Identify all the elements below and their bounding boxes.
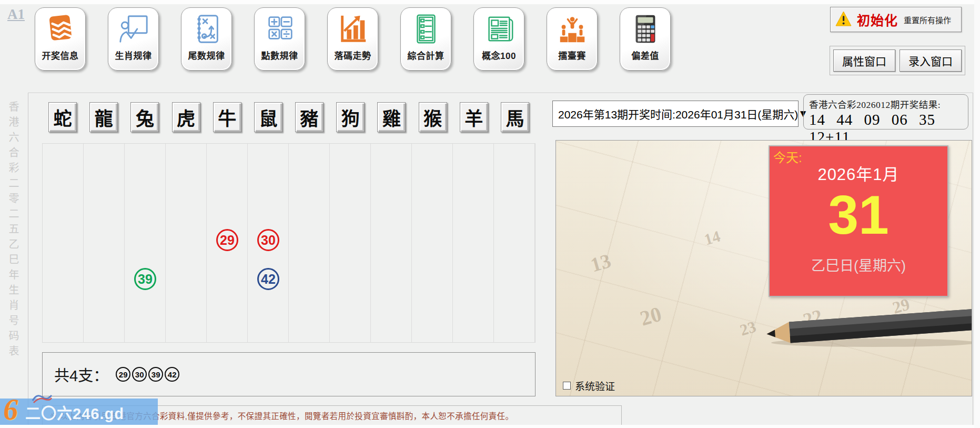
calendar-faint-number: 13 <box>588 249 614 277</box>
toolbar-button-label: 概念100 <box>482 48 516 62</box>
property-window-button[interactable]: 属性窗口 <box>833 49 895 72</box>
zodiac-key-dog[interactable]: 狗 <box>336 102 365 132</box>
chart-column <box>125 144 166 342</box>
toolbar-button-deviation[interactable]: 偏差值 <box>620 7 671 71</box>
chart-column <box>166 144 207 342</box>
summary-label: 共4支： <box>54 363 108 385</box>
zodiac-key-horse[interactable]: 馬 <box>501 102 529 132</box>
draw-selector-value: 2026年第13期开奖时间:2026年01月31日(星期六) <box>558 106 798 122</box>
chart-column <box>412 144 453 342</box>
books-icon <box>44 8 77 47</box>
summary-number: 29 <box>116 367 130 382</box>
summary-box: 共4支： 29 30 39 42 <box>42 352 536 396</box>
chart-column <box>84 144 125 342</box>
summary-number: 39 <box>148 367 163 382</box>
chart-column <box>43 144 84 342</box>
tactics-notebook-icon <box>190 8 223 47</box>
zodiac-key-snake[interactable]: 蛇 <box>48 102 77 132</box>
zodiac-key-tiger[interactable]: 虎 <box>172 102 200 132</box>
zodiac-key-ox[interactable]: 牛 <box>213 102 241 132</box>
toolbar-button-arena[interactable]: 擂臺賽 <box>547 7 598 71</box>
toolbar-button-label: 綜合計算 <box>408 48 444 62</box>
warning-triangle-icon <box>835 11 852 28</box>
math-keys-icon <box>264 8 296 47</box>
calendar-panel: 13 14 20 22 29 23 今天: 2026年1月 31 乙巳日(星期六… <box>555 140 972 396</box>
number-mark: 39 <box>134 268 156 290</box>
toolbar-button-label: 落碼走勢 <box>335 48 371 62</box>
zodiac-key-dragon[interactable]: 龍 <box>89 102 118 132</box>
zodiac-number-chart: 29 30 39 42 <box>42 143 536 343</box>
system-verify-row: 系统验证 <box>563 379 615 393</box>
calculator-icon <box>629 8 662 47</box>
number-mark: 30 <box>257 229 279 251</box>
calendar-day: 31 <box>770 187 947 242</box>
watermark: 6 二〇六246.gd <box>0 399 158 425</box>
zodiac-key-rooster[interactable]: 雞 <box>377 102 406 132</box>
summary-number: 42 <box>165 367 179 382</box>
system-verify-label: 系统验证 <box>575 379 615 393</box>
calendar-faint-number: 23 <box>738 318 758 340</box>
zodiac-key-rat[interactable]: 鼠 <box>254 102 282 132</box>
pencil-image <box>758 305 972 350</box>
toolbar-button-label: 偏差值 <box>631 48 659 62</box>
checklist-icon <box>410 8 442 47</box>
toolbar-button-concept-100[interactable]: 概念100 <box>473 7 524 71</box>
calendar-faint-number: 20 <box>637 301 664 331</box>
podium-icon <box>556 8 589 47</box>
initialize-sublabel: 重置所有操作 <box>904 14 951 25</box>
today-calendar-card: 今天: 2026年1月 31 乙巳日(星期六) <box>769 145 948 297</box>
draw-selector-dropdown[interactable]: 2026年第13期开奖时间:2026年01月31日(星期六) ▼ <box>552 101 799 127</box>
teacher-board-icon <box>117 8 150 47</box>
chart-column <box>453 144 494 342</box>
result-panel: 香港六合彩2026012期开奖结果: 14 44 09 06 35 12+11 <box>803 94 968 130</box>
left-border <box>28 93 28 425</box>
toolbar-button-label: 生肖规律 <box>115 48 152 62</box>
toolbar-button-tail-rules[interactable]: 尾数规律 <box>181 7 232 71</box>
chart-column <box>494 144 535 342</box>
result-title: 香港六合彩2026012期开奖结果: <box>809 97 964 111</box>
chart-column <box>371 144 412 342</box>
window-bottom-edge <box>0 425 980 428</box>
toolbar-button-label: 點數規律 <box>261 48 298 62</box>
toolbar-button-label: 尾数规律 <box>188 48 225 62</box>
zodiac-key-rabbit[interactable]: 兔 <box>130 102 159 132</box>
newspaper-icon <box>483 8 516 47</box>
initialize-button[interactable]: 初始化 重置所有操作 <box>830 7 962 32</box>
chart-column <box>289 144 330 342</box>
ribbon-icon <box>32 392 53 406</box>
right-border <box>973 93 973 425</box>
top-divider <box>28 93 973 93</box>
number-mark: 42 <box>257 268 279 290</box>
corner-label: A1 <box>7 6 25 23</box>
calendar-day-info: 乙巳日(星期六) <box>770 254 947 275</box>
vertical-title: 香港六合彩二零二五乙巳年生肖号码表 <box>6 101 21 361</box>
toolbar-button-trend[interactable]: 落碼走勢 <box>327 7 378 71</box>
number-mark: 29 <box>216 229 238 251</box>
toolbar-button-label: 擂臺賽 <box>558 48 586 62</box>
toolbar-button-draw-info[interactable]: 开奖信息 <box>35 7 86 71</box>
system-verify-checkbox[interactable] <box>563 382 571 390</box>
zodiac-key-monkey[interactable]: 猴 <box>419 102 447 132</box>
zodiac-key-pig[interactable]: 豬 <box>295 102 324 132</box>
zodiac-key-goat[interactable]: 羊 <box>460 102 488 132</box>
toolbar-button-composite-calc[interactable]: 綜合計算 <box>400 7 451 71</box>
toolbar-button-zodiac-rules[interactable]: 生肖规律 <box>108 7 159 71</box>
initialize-label: 初始化 <box>857 10 898 29</box>
zodiac-key-row: 蛇 龍 兔 虎 牛 鼠 豬 狗 雞 猴 羊 馬 <box>42 102 536 132</box>
entry-window-button[interactable]: 录入窗口 <box>900 49 962 72</box>
summary-number: 30 <box>132 367 147 382</box>
bar-chart-icon <box>337 8 369 47</box>
toolbar-button-label: 开奖信息 <box>42 48 79 62</box>
app-window: A1 开奖信息 生肖规律 <box>0 0 980 428</box>
chart-column <box>330 144 371 342</box>
calendar-faint-number: 14 <box>702 227 722 249</box>
main-toolbar: 开奖信息 生肖规律 尾数规律 <box>35 7 671 71</box>
calendar-month: 2026年1月 <box>770 161 947 185</box>
window-buttons-group: 属性窗口 录入窗口 <box>830 46 965 75</box>
toolbar-button-points-rules[interactable]: 點數規律 <box>254 7 305 71</box>
watermark-logo: 6 <box>3 396 18 423</box>
